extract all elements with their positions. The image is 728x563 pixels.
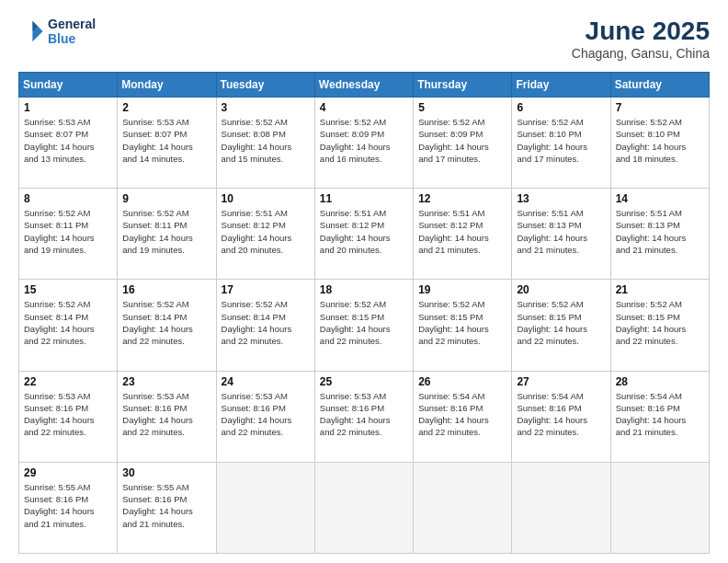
day-info: Sunrise: 5:52 AM Sunset: 8:15 PM Dayligh… xyxy=(418,298,506,347)
day-number: 5 xyxy=(418,101,506,114)
day-info: Sunrise: 5:52 AM Sunset: 8:11 PM Dayligh… xyxy=(122,207,210,256)
day-number: 6 xyxy=(517,101,605,114)
day-number: 24 xyxy=(222,375,310,388)
day-number: 22 xyxy=(24,375,112,388)
main-title: June 2025 xyxy=(572,17,710,46)
table-row: 21Sunrise: 5:52 AM Sunset: 8:15 PM Dayli… xyxy=(610,280,709,371)
header-sunday: Sunday xyxy=(19,73,118,98)
day-number: 12 xyxy=(418,192,506,205)
table-row: 10Sunrise: 5:51 AM Sunset: 8:12 PM Dayli… xyxy=(216,189,314,280)
day-number: 20 xyxy=(517,283,605,296)
day-info: Sunrise: 5:53 AM Sunset: 8:16 PM Dayligh… xyxy=(122,390,210,439)
table-row: 26Sunrise: 5:54 AM Sunset: 8:16 PM Dayli… xyxy=(414,371,512,462)
day-number: 28 xyxy=(616,375,704,388)
table-row xyxy=(512,462,610,553)
table-row: 15Sunrise: 5:52 AM Sunset: 8:14 PM Dayli… xyxy=(19,280,118,371)
day-number: 10 xyxy=(222,192,310,205)
day-number: 21 xyxy=(616,283,704,296)
table-row: 29Sunrise: 5:55 AM Sunset: 8:16 PM Dayli… xyxy=(19,462,118,553)
day-info: Sunrise: 5:52 AM Sunset: 8:09 PM Dayligh… xyxy=(320,116,408,165)
table-row: 1Sunrise: 5:53 AM Sunset: 8:07 PM Daylig… xyxy=(19,98,118,189)
day-info: Sunrise: 5:51 AM Sunset: 8:12 PM Dayligh… xyxy=(418,207,506,256)
day-info: Sunrise: 5:52 AM Sunset: 8:08 PM Dayligh… xyxy=(222,116,310,165)
day-number: 14 xyxy=(616,192,704,205)
table-row: 9Sunrise: 5:52 AM Sunset: 8:11 PM Daylig… xyxy=(118,189,216,280)
calendar-week-row: 15Sunrise: 5:52 AM Sunset: 8:14 PM Dayli… xyxy=(19,280,710,371)
table-row xyxy=(314,462,413,553)
calendar-week-row: 22Sunrise: 5:53 AM Sunset: 8:16 PM Dayli… xyxy=(19,371,710,462)
day-number: 27 xyxy=(517,375,605,388)
table-row: 27Sunrise: 5:54 AM Sunset: 8:16 PM Dayli… xyxy=(512,371,610,462)
day-number: 16 xyxy=(122,283,210,296)
day-info: Sunrise: 5:51 AM Sunset: 8:13 PM Dayligh… xyxy=(616,207,704,256)
day-info: Sunrise: 5:53 AM Sunset: 8:16 PM Dayligh… xyxy=(24,390,112,439)
day-info: Sunrise: 5:52 AM Sunset: 8:14 PM Dayligh… xyxy=(24,298,112,347)
day-number: 11 xyxy=(320,192,408,205)
table-row: 6Sunrise: 5:52 AM Sunset: 8:10 PM Daylig… xyxy=(512,98,610,189)
table-row: 23Sunrise: 5:53 AM Sunset: 8:16 PM Dayli… xyxy=(118,371,216,462)
day-info: Sunrise: 5:52 AM Sunset: 8:15 PM Dayligh… xyxy=(517,298,605,347)
calendar-week-row: 8Sunrise: 5:52 AM Sunset: 8:11 PM Daylig… xyxy=(19,189,710,280)
day-info: Sunrise: 5:53 AM Sunset: 8:07 PM Dayligh… xyxy=(24,116,112,165)
day-number: 26 xyxy=(418,375,506,388)
day-info: Sunrise: 5:54 AM Sunset: 8:16 PM Dayligh… xyxy=(517,390,605,439)
day-number: 18 xyxy=(320,283,408,296)
day-info: Sunrise: 5:53 AM Sunset: 8:16 PM Dayligh… xyxy=(222,390,310,439)
table-row: 16Sunrise: 5:52 AM Sunset: 8:14 PM Dayli… xyxy=(118,280,216,371)
table-row xyxy=(610,462,709,553)
day-info: Sunrise: 5:52 AM Sunset: 8:09 PM Dayligh… xyxy=(418,116,506,165)
day-number: 30 xyxy=(122,466,210,479)
day-info: Sunrise: 5:52 AM Sunset: 8:15 PM Dayligh… xyxy=(320,298,408,347)
table-row: 3Sunrise: 5:52 AM Sunset: 8:08 PM Daylig… xyxy=(216,98,314,189)
day-number: 1 xyxy=(24,101,112,114)
table-row: 14Sunrise: 5:51 AM Sunset: 8:13 PM Dayli… xyxy=(610,189,709,280)
day-info: Sunrise: 5:51 AM Sunset: 8:12 PM Dayligh… xyxy=(320,207,408,256)
table-row: 12Sunrise: 5:51 AM Sunset: 8:12 PM Dayli… xyxy=(414,189,512,280)
day-info: Sunrise: 5:51 AM Sunset: 8:12 PM Dayligh… xyxy=(222,207,310,256)
day-number: 17 xyxy=(222,283,310,296)
day-number: 13 xyxy=(517,192,605,205)
day-info: Sunrise: 5:54 AM Sunset: 8:16 PM Dayligh… xyxy=(418,390,506,439)
table-row: 17Sunrise: 5:52 AM Sunset: 8:14 PM Dayli… xyxy=(216,280,314,371)
header-wednesday: Wednesday xyxy=(314,73,413,98)
day-info: Sunrise: 5:54 AM Sunset: 8:16 PM Dayligh… xyxy=(616,390,704,439)
table-row: 2Sunrise: 5:53 AM Sunset: 8:07 PM Daylig… xyxy=(118,98,216,189)
logo-text: General Blue xyxy=(48,17,96,46)
day-info: Sunrise: 5:55 AM Sunset: 8:16 PM Dayligh… xyxy=(122,481,210,530)
table-row: 25Sunrise: 5:53 AM Sunset: 8:16 PM Dayli… xyxy=(314,371,413,462)
logo: General Blue xyxy=(18,17,96,46)
calendar-week-row: 1Sunrise: 5:53 AM Sunset: 8:07 PM Daylig… xyxy=(19,98,710,189)
table-row: 20Sunrise: 5:52 AM Sunset: 8:15 PM Dayli… xyxy=(512,280,610,371)
table-row: 11Sunrise: 5:51 AM Sunset: 8:12 PM Dayli… xyxy=(314,189,413,280)
day-info: Sunrise: 5:53 AM Sunset: 8:16 PM Dayligh… xyxy=(320,390,408,439)
day-number: 19 xyxy=(418,283,506,296)
table-row xyxy=(414,462,512,553)
day-info: Sunrise: 5:52 AM Sunset: 8:15 PM Dayligh… xyxy=(616,298,704,347)
calendar-header-row: Sunday Monday Tuesday Wednesday Thursday… xyxy=(19,73,710,98)
header-tuesday: Tuesday xyxy=(216,73,314,98)
table-row: 8Sunrise: 5:52 AM Sunset: 8:11 PM Daylig… xyxy=(19,189,118,280)
table-row: 24Sunrise: 5:53 AM Sunset: 8:16 PM Dayli… xyxy=(216,371,314,462)
day-info: Sunrise: 5:52 AM Sunset: 8:10 PM Dayligh… xyxy=(517,116,605,165)
table-row: 13Sunrise: 5:51 AM Sunset: 8:13 PM Dayli… xyxy=(512,189,610,280)
page: General Blue June 2025 Chagang, Gansu, C… xyxy=(0,0,728,563)
subtitle: Chagang, Gansu, China xyxy=(572,46,710,61)
day-number: 15 xyxy=(24,283,112,296)
table-row: 22Sunrise: 5:53 AM Sunset: 8:16 PM Dayli… xyxy=(19,371,118,462)
table-row: 5Sunrise: 5:52 AM Sunset: 8:09 PM Daylig… xyxy=(414,98,512,189)
calendar-week-row: 29Sunrise: 5:55 AM Sunset: 8:16 PM Dayli… xyxy=(19,462,710,553)
table-row: 28Sunrise: 5:54 AM Sunset: 8:16 PM Dayli… xyxy=(610,371,709,462)
header-friday: Friday xyxy=(512,73,610,98)
day-info: Sunrise: 5:55 AM Sunset: 8:16 PM Dayligh… xyxy=(24,481,112,530)
table-row xyxy=(216,462,314,553)
table-row: 19Sunrise: 5:52 AM Sunset: 8:15 PM Dayli… xyxy=(414,280,512,371)
day-number: 23 xyxy=(122,375,210,388)
day-info: Sunrise: 5:52 AM Sunset: 8:14 PM Dayligh… xyxy=(122,298,210,347)
logo-icon xyxy=(18,18,44,44)
table-row: 30Sunrise: 5:55 AM Sunset: 8:16 PM Dayli… xyxy=(118,462,216,553)
header: General Blue June 2025 Chagang, Gansu, C… xyxy=(18,17,710,61)
day-info: Sunrise: 5:51 AM Sunset: 8:13 PM Dayligh… xyxy=(517,207,605,256)
day-number: 9 xyxy=(122,192,210,205)
day-info: Sunrise: 5:52 AM Sunset: 8:14 PM Dayligh… xyxy=(222,298,310,347)
day-number: 29 xyxy=(24,466,112,479)
